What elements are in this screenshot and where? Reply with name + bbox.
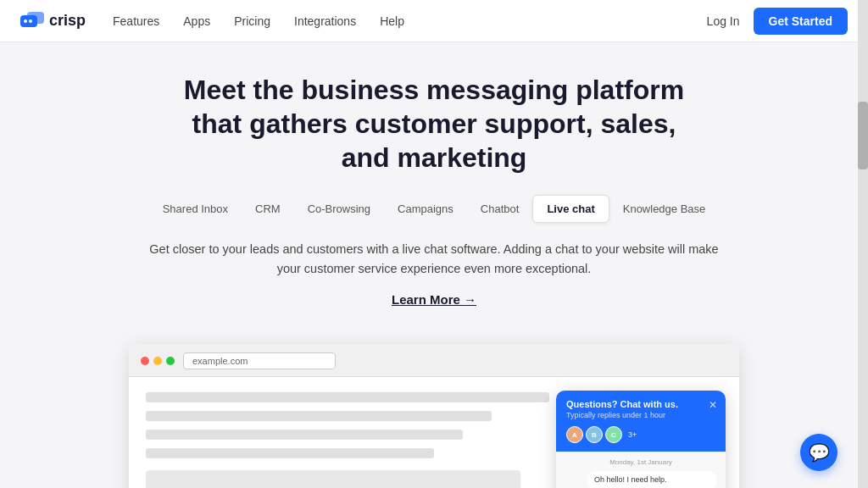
hero-section: Meet the business messaging platform tha… xyxy=(0,42,868,344)
address-bar[interactable]: example.com xyxy=(183,352,336,369)
close-window-button[interactable] xyxy=(141,357,149,365)
placeholder-bar-2 xyxy=(146,411,492,421)
login-button[interactable]: Log In xyxy=(707,14,740,28)
placeholder-bar-1 xyxy=(146,392,549,402)
maximize-window-button[interactable] xyxy=(166,357,175,365)
nav-help[interactable]: Help xyxy=(380,14,404,28)
nav-features[interactable]: Features xyxy=(113,14,159,28)
avatar-2: B xyxy=(586,426,603,443)
logo[interactable]: crisp xyxy=(20,12,86,30)
placeholder-bar-4 xyxy=(146,448,434,458)
chat-header-title: Questions? Chat with us. xyxy=(566,399,715,409)
browser-mockup: example.com Questions? Chat with us. Typ… xyxy=(129,344,739,488)
agent-count: 3+ xyxy=(628,430,637,439)
minimize-window-button[interactable] xyxy=(153,357,162,365)
scrollbar-thumb[interactable] xyxy=(858,102,868,169)
floating-chat-button[interactable]: 💬 xyxy=(800,434,837,471)
nav-right: Log In Get Started xyxy=(707,8,848,35)
feature-description: Get closer to your leads and customers w… xyxy=(146,240,722,279)
chat-header: Questions? Chat with us. Typically repli… xyxy=(556,391,726,452)
tab-campaigns[interactable]: Campaigns xyxy=(384,196,467,222)
tab-chatbot[interactable]: Chatbot xyxy=(467,196,533,222)
hero-headline: Meet the business messaging platform tha… xyxy=(180,73,688,175)
message-1: Oh hello! I need help. xyxy=(587,471,717,488)
placeholder-image xyxy=(146,470,520,488)
chat-date: Monday, 1st January xyxy=(565,458,717,466)
chat-widget[interactable]: Questions? Chat with us. Typically repli… xyxy=(556,391,726,488)
traffic-lights xyxy=(141,357,175,365)
browser-chrome: example.com xyxy=(129,344,739,377)
chat-body: Monday, 1st January Oh hello! I need hel… xyxy=(556,452,726,488)
avatar-3: C xyxy=(605,426,622,443)
logo-icon xyxy=(20,12,44,30)
feature-tabs: Shared Inbox CRM Co-Browsing Campaigns C… xyxy=(17,195,851,223)
tab-knowledge-base[interactable]: Knowledge Base xyxy=(609,196,720,222)
browser-window: example.com Questions? Chat with us. Typ… xyxy=(129,344,739,488)
nav-links: Features Apps Pricing Integrations Help xyxy=(113,14,707,28)
avatar-1: A xyxy=(566,426,583,443)
svg-point-3 xyxy=(29,19,32,23)
chat-avatars: A B C 3+ xyxy=(566,426,715,443)
tab-co-browsing[interactable]: Co-Browsing xyxy=(294,196,384,222)
get-started-button[interactable]: Get Started xyxy=(754,8,848,35)
browser-body: Questions? Chat with us. Typically repli… xyxy=(129,377,739,488)
tab-live-chat[interactable]: Live chat xyxy=(532,195,609,223)
learn-more-link[interactable]: Learn More → xyxy=(392,292,476,307)
tab-crm[interactable]: CRM xyxy=(242,196,294,222)
logo-text: crisp xyxy=(49,12,86,30)
svg-point-2 xyxy=(24,19,27,23)
chat-close-button[interactable]: ✕ xyxy=(709,399,717,411)
placeholder-bar-3 xyxy=(146,430,463,440)
nav-apps[interactable]: Apps xyxy=(183,14,210,28)
chat-icon: 💬 xyxy=(809,442,830,463)
tab-shared-inbox[interactable]: Shared Inbox xyxy=(149,196,242,222)
nav-integrations[interactable]: Integrations xyxy=(294,14,356,28)
scrollbar[interactable] xyxy=(858,0,868,488)
nav-pricing[interactable]: Pricing xyxy=(234,14,270,28)
chat-header-subtitle: Typically replies under 1 hour xyxy=(566,411,715,419)
navbar: crisp Features Apps Pricing Integrations… xyxy=(0,0,868,42)
